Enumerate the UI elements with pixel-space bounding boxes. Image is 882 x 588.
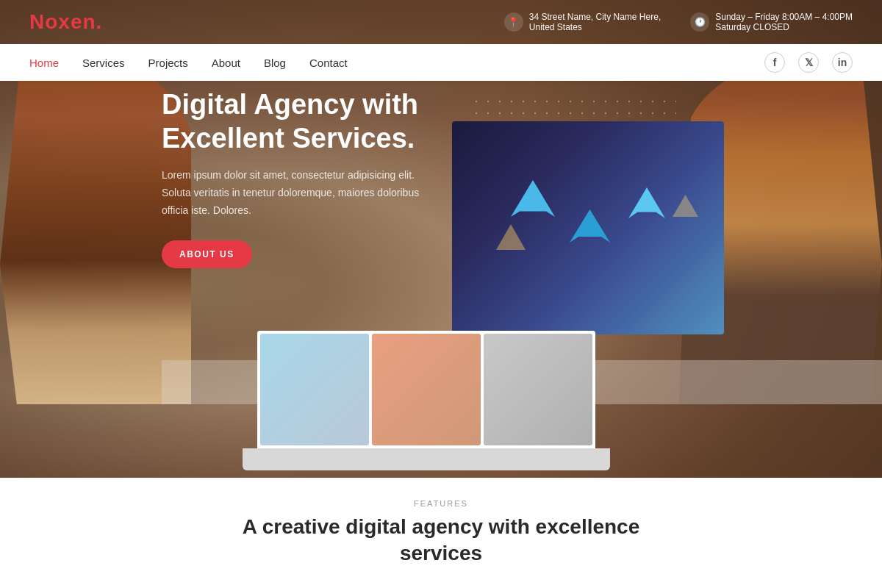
features-label: FEATURES — [414, 499, 468, 508]
address-info: 📍 34 Street Name, City Name Here, United… — [504, 12, 661, 32]
hours-line1: Sunday – Friday 8:00AM – 4:00PM — [715, 12, 853, 22]
screen-thumb-1 — [260, 334, 369, 445]
screen-thumb-2 — [372, 334, 481, 445]
nav-social: f 𝕏 in — [764, 52, 853, 73]
hours-info: 🕐 Sunday – Friday 8:00AM – 4:00PM Saturd… — [690, 12, 853, 32]
hero-content: Digital Agency with Excellent Services. … — [162, 88, 441, 268]
facebook-icon[interactable]: f — [764, 52, 785, 73]
nav-links: Home Services Projects About Blog Contac… — [29, 57, 348, 69]
top-bar: Noxen. 📍 34 Street Name, City Name Here,… — [0, 0, 882, 44]
paper-boat-4 — [496, 224, 526, 250]
hero-description: Lorem ipsum dolor sit amet, consectetur … — [162, 167, 441, 219]
hero-title: Digital Agency with Excellent Services. — [162, 88, 441, 155]
hours-line2: Saturday CLOSED — [715, 22, 853, 32]
navbar: Home Services Projects About Blog Contac… — [0, 44, 882, 81]
screen-thumb-3 — [484, 334, 592, 445]
paper-boat-2 — [570, 209, 610, 243]
nav-blog[interactable]: Blog — [264, 57, 286, 69]
twitter-icon[interactable]: 𝕏 — [798, 52, 819, 73]
logo-text: Noxen — [29, 10, 96, 33]
nav-services[interactable]: Services — [82, 57, 125, 69]
nav-about[interactable]: About — [212, 57, 240, 69]
address-line1: 34 Street Name, City Name Here, — [529, 12, 661, 22]
address-text: 34 Street Name, City Name Here, United S… — [529, 12, 661, 32]
nav-projects[interactable]: Projects — [148, 57, 188, 69]
top-info: 📍 34 Street Name, City Name Here, United… — [504, 12, 853, 32]
features-title: A creative digital agency with excellenc… — [243, 514, 640, 567]
laptop-overlay — [257, 331, 735, 478]
paper-boat-5 — [673, 195, 698, 217]
linkedin-icon[interactable]: in — [832, 52, 853, 73]
nav-home[interactable]: Home — [29, 57, 59, 69]
laptop-screen-content — [257, 331, 595, 448]
paper-boats-visual — [452, 121, 724, 334]
laptop-screen — [257, 331, 595, 448]
logo-dot: . — [96, 10, 103, 33]
paper-boat-3 — [628, 187, 665, 218]
nav-contact[interactable]: Contact — [309, 57, 348, 69]
clock-icon: 🕐 — [690, 12, 709, 32]
address-line2: United States — [529, 22, 661, 32]
about-us-button[interactable]: ABOUT US — [162, 240, 252, 268]
laptop-base — [243, 448, 610, 470]
hero-image-card — [452, 121, 724, 334]
logo[interactable]: Noxen. — [29, 10, 102, 34]
features-section: FEATURES A creative digital agency with … — [0, 478, 882, 588]
paper-boat-1 — [511, 180, 555, 217]
location-icon: 📍 — [504, 12, 523, 32]
hours-text: Sunday – Friday 8:00AM – 4:00PM Saturday… — [715, 12, 853, 32]
